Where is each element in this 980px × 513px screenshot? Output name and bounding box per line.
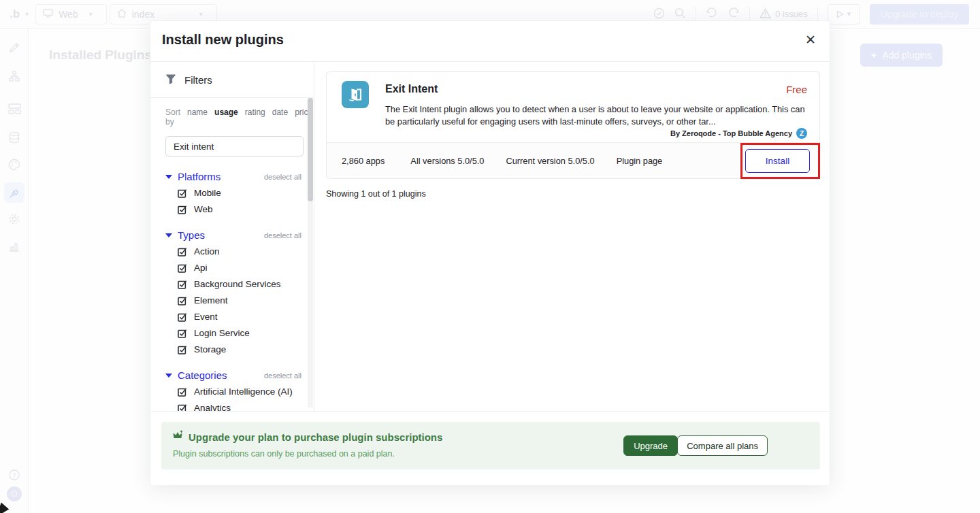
checkbox-label: Web	[194, 204, 213, 214]
platform-item-web[interactable]: Web	[165, 203, 301, 215]
install-button[interactable]: Install	[745, 149, 810, 173]
type-item-background-services[interactable]: Background Services	[165, 278, 301, 290]
filter-funnel-icon	[165, 73, 176, 86]
compare-all-plans-button[interactable]: Compare all plans	[677, 435, 768, 456]
plugin-search-input[interactable]	[165, 136, 304, 156]
checked-checkbox-icon[interactable]	[178, 247, 187, 256]
type-item-action[interactable]: Action	[165, 246, 301, 257]
checked-checkbox-icon[interactable]	[178, 345, 187, 354]
add-plugins-button[interactable]: + Add plugins	[860, 44, 943, 67]
deselect-all-link[interactable]: deselect all	[264, 173, 301, 181]
filter-section-platforms: Platforms deselect all Mobile Web	[165, 171, 301, 215]
checked-checkbox-icon[interactable]	[178, 205, 187, 214]
checked-checkbox-icon[interactable]	[178, 280, 187, 289]
sort-option-rating[interactable]: rating	[245, 107, 265, 117]
upgrade-button[interactable]: Upgrade	[623, 435, 678, 456]
type-item-element[interactable]: Element	[165, 295, 301, 306]
section-title[interactable]: Platforms	[178, 171, 220, 182]
settings-gear-icon[interactable]	[6, 211, 22, 227]
divider	[817, 7, 818, 22]
plugin-page-link[interactable]: Plugin page	[617, 156, 663, 166]
divider	[749, 7, 750, 22]
section-header[interactable]: Categories deselect all	[165, 369, 301, 381]
category-item-analytics[interactable]: Analytics	[165, 402, 301, 411]
checked-checkbox-icon[interactable]	[178, 312, 187, 322]
redo-icon[interactable]	[728, 7, 740, 20]
filters-body: Sort by name usage rating date price Pla…	[150, 98, 314, 411]
collapse-triangle-icon	[165, 374, 172, 378]
plugin-author: By Zeroqode - Top Bubble Agency	[670, 129, 792, 137]
checkbox-label: Mobile	[194, 188, 221, 198]
banner-subtitle: Plugin subscriptions can only be purchas…	[173, 449, 395, 459]
data-database-icon[interactable]	[6, 129, 22, 146]
sort-option-name[interactable]: name	[187, 107, 208, 117]
all-versions-rating: All versions 5.0/5.0	[410, 156, 484, 166]
sort-option-date[interactable]: date	[272, 107, 288, 117]
section-header[interactable]: Types deselect all	[165, 229, 301, 241]
plugin-card-body: Exit Intent Free The Exit Intent plugin …	[327, 72, 819, 144]
section-title[interactable]: Categories	[178, 369, 227, 381]
checked-checkbox-icon[interactable]	[178, 329, 187, 338]
issues-label: 0 issues	[775, 9, 808, 19]
plugin-card: Exit Intent Free The Exit Intent plugin …	[326, 71, 820, 179]
undo-icon[interactable]	[706, 7, 718, 20]
filters-scrollbar-thumb[interactable]	[308, 98, 313, 201]
type-item-event[interactable]: Event	[165, 311, 301, 322]
checkbox-label: Background Services	[194, 279, 281, 289]
styles-palette-icon[interactable]	[6, 156, 22, 173]
checkbox-label: Artificial Intelligence (AI)	[194, 386, 293, 397]
preview-button[interactable]: ▾	[828, 4, 860, 24]
category-item-ai[interactable]: Artificial Intelligence (AI)	[165, 386, 301, 397]
mode-selector[interactable]: Web ▾	[35, 4, 107, 24]
design-pencil-icon[interactable]	[6, 39, 22, 56]
upgrade-to-deploy-button[interactable]: Upgrade to deploy	[870, 4, 969, 24]
type-item-api[interactable]: Api	[165, 262, 301, 274]
page-label: index	[132, 9, 154, 20]
modal-title: Install new plugins	[162, 32, 284, 48]
search-icon[interactable]	[674, 7, 686, 21]
checkbox-label: Action	[194, 246, 220, 256]
checked-checkbox-icon[interactable]	[178, 403, 187, 412]
modal-header: Install new plugins ✕	[150, 21, 830, 62]
crown-icon	[172, 429, 184, 444]
checkbox-label: Element	[194, 295, 228, 305]
workflow-icon[interactable]	[6, 68, 22, 84]
help-icon[interactable]: ?	[6, 467, 22, 483]
platform-item-mobile[interactable]: Mobile	[165, 187, 301, 199]
issues-indicator[interactable]: 0 issues	[760, 8, 808, 20]
deselect-all-link[interactable]: deselect all	[264, 231, 301, 239]
checked-checkbox-icon[interactable]	[178, 387, 187, 397]
section-title[interactable]: Types	[178, 229, 205, 241]
deselect-all-link[interactable]: deselect all	[264, 371, 301, 380]
sort-by-label: Sort by	[165, 107, 180, 127]
checkbox-label: Storage	[194, 344, 226, 354]
sort-option-usage[interactable]: usage	[214, 107, 238, 117]
page-chevron-icon: ▾	[199, 10, 203, 18]
plugins-plug-icon[interactable]	[4, 182, 24, 203]
plugin-price-badge: Free	[786, 84, 807, 95]
left-sidebar: ? O	[0, 29, 29, 513]
filter-section-categories: Categories deselect all Artificial Intel…	[165, 369, 301, 411]
monitor-icon	[43, 9, 53, 20]
reusable-elements-icon[interactable]	[6, 101, 22, 117]
filters-scrollbar-track[interactable]	[308, 98, 313, 408]
logo-chevron-icon[interactable]: ▾	[25, 10, 29, 18]
home-icon	[117, 9, 127, 20]
close-icon[interactable]: ✕	[805, 33, 816, 46]
checked-checkbox-icon[interactable]	[178, 188, 187, 198]
logs-chart-icon[interactable]	[6, 238, 22, 254]
bubble-logo[interactable]: .b	[10, 7, 20, 21]
mode-label: Web	[59, 9, 78, 20]
checkbox-label: Event	[194, 312, 218, 322]
checked-checkbox-icon[interactable]	[178, 263, 187, 273]
mode-chevron-icon: ▾	[89, 10, 93, 18]
section-header[interactable]: Platforms deselect all	[165, 171, 301, 182]
type-item-login-service[interactable]: Login Service	[165, 327, 301, 339]
user-avatar[interactable]: O	[7, 486, 22, 501]
collapse-triangle-icon	[165, 233, 172, 237]
checked-checkbox-icon[interactable]	[178, 296, 187, 305]
preview-chevron-icon: ▾	[847, 10, 851, 18]
type-item-storage[interactable]: Storage	[165, 344, 301, 355]
plugin-name: Exit Intent	[385, 83, 438, 95]
svg-text:?: ?	[12, 472, 16, 479]
